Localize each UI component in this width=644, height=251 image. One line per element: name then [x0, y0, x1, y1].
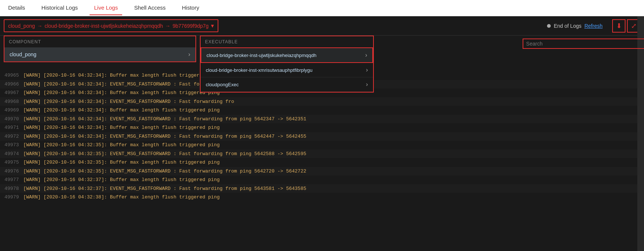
log-text: [WARN] [2020-10-16 04:32:34]: EVENT_MSG_…	[23, 98, 234, 106]
exec-chevron-right-icon-1: ›	[366, 67, 368, 73]
table-row: 49975[WARN] [2020-10-16 04:32:35]: Buffe…	[0, 158, 644, 167]
component-section-label: COMPONENT	[4, 36, 195, 47]
line-number: 49979	[3, 194, 23, 201]
nav-tabs: Details Historical Logs Live Logs Shell …	[0, 0, 644, 16]
log-text: [WARN] [2020-10-16 04:32:34]: EVENT_MSG_…	[23, 116, 306, 123]
table-row: 49968[WARN] [2020-10-16 04:32:34]: EVENT…	[0, 97, 644, 106]
exec-item-2[interactable]: cloudpongExec ›	[201, 77, 373, 92]
log-area: 49965[WARN] [2020-10-16 04:32:34]: Buffe…	[0, 71, 644, 251]
table-row: 49969[WARN] [2020-10-16 04:32:34]: Buffe…	[0, 106, 644, 115]
tab-details[interactable]: Details	[4, 1, 30, 15]
main-content: cloud_pong → cloud-bridge-broker-inst-uj…	[0, 16, 644, 251]
line-number: 49973	[3, 141, 23, 149]
component-dropdown: COMPONENT cloud_pong ›	[4, 36, 196, 62]
search-row: ≡ 0 matches	[519, 36, 637, 52]
breadcrumb-instance: 9b77699f9dp7g	[172, 23, 208, 29]
tab-live-logs[interactable]: Live Logs	[90, 1, 122, 15]
line-number: 49966	[3, 81, 23, 88]
search-input-wrapper	[523, 39, 644, 49]
table-row: 49976[WARN] [2020-10-16 04:32:35]: EVENT…	[0, 167, 644, 176]
action-buttons: ⬇ ⤢	[612, 19, 640, 33]
table-row: 49978[WARN] [2020-10-16 04:32:37]: EVENT…	[0, 184, 644, 193]
line-number: 49978	[3, 185, 23, 193]
end-of-logs-label: End of Logs	[554, 23, 581, 29]
component-item-cloud-pong[interactable]: cloud_pong ›	[4, 47, 195, 61]
line-number: 49976	[3, 168, 23, 175]
scrollbar[interactable]	[637, 16, 644, 251]
table-row: 49977[WARN] [2020-10-16 04:32:37]: Buffe…	[0, 175, 644, 184]
search-input[interactable]	[526, 41, 644, 47]
log-text: [WARN] [2020-10-16 04:32:34]: Buffer max…	[23, 124, 220, 131]
breadcrumb-component: cloud_pong	[8, 23, 35, 29]
end-of-logs-area: End of Logs Refresh	[547, 23, 603, 29]
line-number: 49974	[3, 150, 23, 158]
table-row: 49974[WARN] [2020-10-16 04:32:35]: EVENT…	[0, 150, 644, 158]
log-text: [WARN] [2020-10-16 04:32:34]: EVENT_MSG_…	[23, 133, 306, 140]
log-text: [WARN] [2020-10-16 04:32:38]: Buffer max…	[23, 194, 220, 201]
executable-dropdown: EXECUTABLE cloud-bridge-broker-inst-ujwt…	[200, 36, 374, 93]
download-button[interactable]: ⬇	[612, 19, 625, 33]
line-number: 49971	[3, 124, 23, 131]
breadcrumb-executable: cloud-bridge-broker-inst-ujwtljskukeheia…	[44, 23, 163, 29]
line-number: 49970	[3, 116, 23, 123]
line-number: 49968	[3, 98, 23, 106]
log-text: [WARN] [2020-10-16 04:32:35]: EVENT_MSG_…	[23, 150, 306, 158]
log-text: [WARN] [2020-10-16 04:32:35]: Buffer max…	[23, 141, 220, 149]
log-text: [WARN] [2020-10-16 04:32:37]: EVENT_MSG_…	[23, 185, 306, 193]
log-text: [WARN] [2020-10-16 04:32:37]: Buffer max…	[23, 176, 220, 184]
exec-item-label-1: cloud-bridge-broker-inst-xmrisutwsauphpt…	[206, 67, 312, 73]
breadcrumb-chevron-down-icon: ▾	[211, 22, 214, 29]
tab-shell-access[interactable]: Shell Access	[130, 1, 170, 15]
exec-chevron-right-icon-0: ›	[365, 52, 367, 58]
tab-historical-logs[interactable]: Historical Logs	[37, 1, 82, 15]
breadcrumb-selector[interactable]: cloud_pong → cloud-bridge-broker-inst-uj…	[4, 19, 218, 32]
line-number: 49977	[3, 176, 23, 184]
line-number: 49967	[3, 89, 23, 97]
table-row: 49973[WARN] [2020-10-16 04:32:35]: Buffe…	[0, 141, 644, 150]
exec-item-label-0: cloud-bridge-broker-inst-ujwtljskukeheia…	[207, 53, 316, 58]
breadcrumb-sep2: →	[165, 23, 170, 29]
log-text: [WARN] [2020-10-16 04:32:34]: Buffer max…	[23, 89, 220, 97]
line-number: 49969	[3, 107, 23, 114]
table-row: 49971[WARN] [2020-10-16 04:32:34]: Buffe…	[0, 123, 644, 132]
table-row: 49970[WARN] [2020-10-16 04:32:34]: EVENT…	[0, 115, 644, 124]
log-text: [WARN] [2020-10-16 04:32:35]: Buffer max…	[23, 159, 220, 166]
log-text: [WARN] [2020-10-16 04:32:34]: Buffer max…	[23, 107, 220, 114]
component-item-label: cloud_pong	[10, 51, 36, 57]
log-text: [WARN] [2020-10-16 04:32:35]: EVENT_MSG_…	[23, 168, 306, 175]
refresh-link[interactable]: Refresh	[584, 23, 603, 29]
component-chevron-right-icon: ›	[188, 51, 190, 58]
line-number: 49965	[3, 72, 23, 79]
exec-item-0[interactable]: cloud-bridge-broker-inst-ujwtljskukeheia…	[201, 47, 373, 63]
exec-item-label-2: cloudpongExec	[206, 82, 239, 87]
log-text: [WARN] [2020-10-16 04:32:34]: Buffer max…	[23, 72, 220, 79]
table-row: 49972[WARN] [2020-10-16 04:32:34]: EVENT…	[0, 132, 644, 141]
exec-item-1[interactable]: cloud-bridge-broker-inst-xmrisutwsauphpt…	[201, 63, 373, 77]
breadcrumb-sep1: →	[37, 23, 42, 29]
executable-section-label: EXECUTABLE	[201, 36, 373, 47]
toolbar-row: cloud_pong → cloud-bridge-broker-inst-uj…	[0, 16, 644, 36]
line-number: 49972	[3, 133, 23, 140]
status-dot-icon	[547, 24, 551, 28]
tab-history[interactable]: History	[178, 1, 204, 15]
exec-chevron-right-icon-2: ›	[366, 81, 368, 88]
table-row: 49979[WARN] [2020-10-16 04:32:38]: Buffe…	[0, 193, 644, 202]
line-number: 49975	[3, 159, 23, 166]
